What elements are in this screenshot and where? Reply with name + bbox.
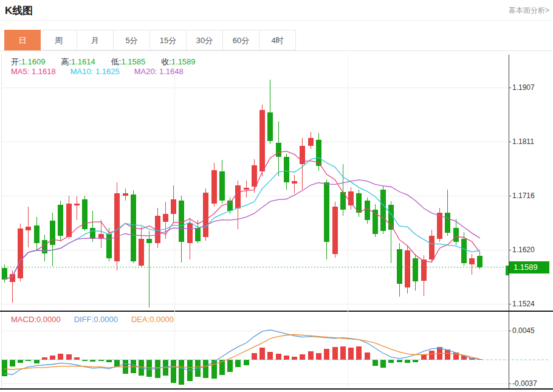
macd-histogram-bar (453, 352, 459, 360)
macd-histogram-bar (58, 354, 63, 360)
price-axis-tick (509, 304, 511, 304)
price-gridline (1, 142, 509, 142)
price-axis-label: 1.1811 (512, 137, 549, 146)
candle (114, 193, 120, 261)
candle (66, 204, 72, 238)
macd-histogram-bar (42, 357, 47, 360)
candle-wick (472, 254, 472, 274)
macd-histogram-bar (445, 349, 450, 360)
candle (397, 249, 402, 284)
macd-histogram-bar (469, 358, 475, 360)
macd-histogram-bar (421, 354, 427, 360)
candle (292, 181, 297, 184)
current-price-badge: 1.1589 (509, 261, 549, 273)
candle (469, 258, 475, 264)
tab-周[interactable]: 周 (41, 30, 77, 50)
title-divider (0, 20, 553, 21)
price-axis-tick (509, 196, 511, 196)
candle (195, 228, 201, 241)
macd-histogram-bar (477, 359, 483, 360)
macd-histogram-bar (276, 354, 281, 360)
macd-histogram-bar (340, 346, 346, 360)
macd-histogram-bar (171, 360, 176, 383)
macd-histogram-bar (461, 356, 467, 360)
candle (284, 157, 289, 182)
candle (365, 201, 370, 221)
candle (18, 229, 23, 278)
diff-value: 0.0000 (94, 315, 118, 324)
candle (211, 170, 217, 204)
macd-label: MACD: (11, 315, 36, 324)
chart-left-border (1, 55, 2, 388)
macd-histogram-bar (405, 360, 410, 363)
macd-histogram-bar (74, 357, 80, 360)
ohlc-readout: 开:1.1609 高:1.1614 低:1.1585 收:1.1589 (11, 57, 196, 67)
macd-histogram-bar (18, 360, 23, 363)
open-label: 开: (11, 57, 21, 67)
candle (50, 221, 55, 245)
macd-histogram-bar (437, 347, 442, 360)
macd-histogram-bar (66, 354, 72, 360)
macd-histogram-bar (131, 360, 136, 373)
fundamental-analysis-link[interactable]: 基本面分析> (509, 5, 549, 16)
macd-histogram-bar (292, 357, 297, 360)
macd-histogram-bar (82, 360, 88, 361)
candle (244, 188, 249, 190)
tab-30分[interactable]: 30分 (187, 30, 223, 50)
macd-axis-tick (509, 331, 511, 331)
price-gridline (1, 88, 509, 88)
macd-histogram-bar (187, 360, 193, 381)
candle (235, 185, 241, 208)
macd-histogram-bar (195, 360, 201, 377)
macd-histogram-bar (397, 360, 402, 362)
macd-histogram-bar (219, 360, 225, 375)
high-value: 1.1614 (71, 57, 95, 66)
candle (453, 228, 459, 242)
candle (316, 140, 321, 167)
tab-月[interactable]: 月 (77, 30, 114, 50)
macd-gridline (1, 383, 509, 384)
macd-axis-label: 0.0045 (512, 326, 549, 335)
candle (171, 199, 176, 214)
candle (42, 240, 47, 253)
period-tabbar: 日周月5分15分30分60分4时 (4, 30, 296, 50)
candle (429, 236, 434, 260)
macd-histogram-bar (114, 360, 120, 366)
candle (203, 193, 208, 237)
macd-histogram-bar (2, 360, 7, 376)
candle (219, 171, 225, 201)
macd-histogram-bar (227, 360, 233, 372)
candle (139, 239, 144, 266)
tab-15分[interactable]: 15分 (150, 30, 187, 50)
candle (356, 193, 362, 213)
candle (413, 258, 418, 281)
price-axis-label: 1.1716 (512, 191, 549, 200)
candle (340, 192, 346, 210)
main-panel-bottom-border (0, 311, 553, 312)
candle (146, 239, 152, 243)
price-gridline (1, 304, 509, 304)
tab-60分[interactable]: 60分 (223, 30, 259, 50)
tab-4时[interactable]: 4时 (259, 30, 296, 50)
tab-5分[interactable]: 5分 (114, 30, 150, 50)
ma-readout: MA5: 1.1618 MA10: 1.1625 MA20: 1.1648 (11, 67, 184, 76)
candle (348, 191, 354, 205)
ma5-label: MA5: (11, 67, 29, 76)
candle (74, 204, 80, 206)
ma10-label: MA10: (70, 67, 94, 76)
candle (259, 110, 265, 171)
candle (155, 216, 160, 243)
candle (2, 268, 7, 280)
candle (163, 214, 168, 222)
candle (82, 199, 88, 229)
candle (445, 213, 450, 233)
macd-histogram-bar (365, 352, 370, 360)
macd-histogram-bar (300, 354, 305, 360)
macd-readout: MACD:0.0000 DIFF:0.0000 DEA:0.0000 (11, 315, 174, 324)
macd-histogram-bar (34, 360, 40, 363)
candle (98, 234, 104, 239)
candle (461, 239, 467, 263)
tab-日[interactable]: 日 (4, 30, 41, 50)
candle (34, 225, 40, 243)
candle (252, 165, 257, 186)
